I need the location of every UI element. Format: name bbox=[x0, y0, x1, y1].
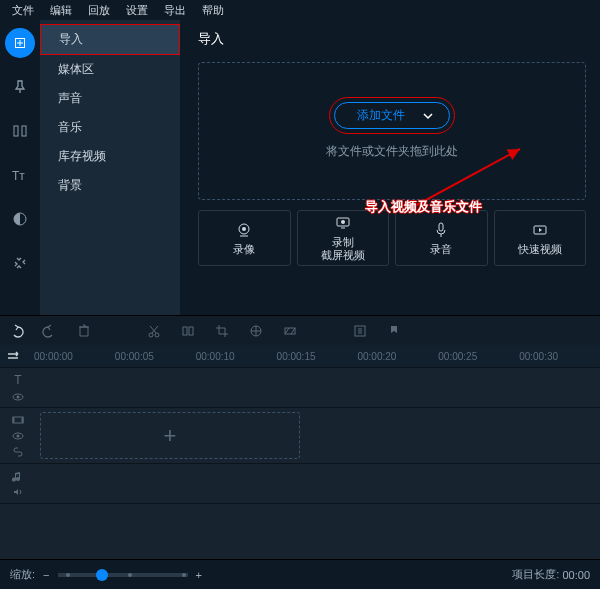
left-toolbar: Tт bbox=[0, 20, 40, 315]
crop-icon[interactable] bbox=[214, 324, 230, 338]
side-item-background[interactable]: 背景 bbox=[40, 171, 180, 200]
record-audio-label: 录音 bbox=[430, 243, 452, 256]
svg-point-11 bbox=[341, 220, 345, 224]
track-empty bbox=[0, 503, 600, 559]
svg-rect-17 bbox=[189, 327, 193, 335]
audio-track-icon bbox=[12, 470, 24, 482]
tick-3: 00:00:15 bbox=[277, 351, 358, 362]
cut-icon[interactable] bbox=[146, 324, 162, 338]
zoom-handle[interactable] bbox=[96, 569, 108, 581]
project-length-value: 00:00 bbox=[562, 569, 590, 581]
svg-rect-23 bbox=[13, 417, 23, 423]
drop-hint: 将文件或文件夹拖到此处 bbox=[326, 143, 458, 160]
svg-rect-4 bbox=[22, 126, 26, 136]
record-screen-label: 录制截屏视频 bbox=[321, 236, 365, 261]
record-webcam[interactable]: 录像 bbox=[198, 210, 291, 266]
menubar: 文件 编辑 回放 设置 导出 帮助 bbox=[0, 0, 600, 20]
tick-0: 00:00:00 bbox=[34, 351, 115, 362]
menu-settings[interactable]: 设置 bbox=[118, 1, 156, 20]
side-item-import[interactable]: 导入 bbox=[40, 24, 180, 55]
splice-icon[interactable] bbox=[180, 324, 196, 338]
eye-icon[interactable] bbox=[12, 430, 24, 442]
svg-point-15 bbox=[155, 333, 159, 337]
timeline-tracks: T + bbox=[0, 367, 600, 559]
tool-pin[interactable] bbox=[5, 72, 35, 102]
zoom-label: 缩放: bbox=[10, 567, 35, 582]
link-icon[interactable] bbox=[12, 446, 24, 458]
delete-icon[interactable] bbox=[76, 324, 92, 338]
zoom-in-icon[interactable]: + bbox=[196, 569, 202, 581]
side-item-sound[interactable]: 声音 bbox=[40, 84, 180, 113]
menu-edit[interactable]: 编辑 bbox=[42, 1, 80, 20]
color-icon[interactable] bbox=[248, 324, 264, 338]
chevron-down-icon[interactable] bbox=[423, 111, 437, 121]
record-audio[interactable]: 录音 bbox=[395, 210, 488, 266]
panel-title: 导入 bbox=[198, 30, 586, 48]
side-panel: 导入 媒体区 声音 音乐 库存视频 背景 bbox=[40, 20, 180, 315]
zoom-slider[interactable] bbox=[58, 573, 188, 577]
project-length-label: 项目长度: bbox=[512, 567, 559, 582]
menu-file[interactable]: 文件 bbox=[4, 1, 42, 20]
menu-playback[interactable]: 回放 bbox=[80, 1, 118, 20]
timeline-ruler: 00:00:00 00:00:05 00:00:10 00:00:15 00:0… bbox=[0, 345, 600, 367]
track-video[interactable]: + bbox=[0, 407, 600, 463]
tick-2: 00:00:10 bbox=[196, 351, 277, 362]
record-webcam-label: 录像 bbox=[233, 243, 255, 256]
quick-icon bbox=[531, 221, 549, 239]
svg-point-22 bbox=[17, 395, 20, 398]
tick-5: 00:00:25 bbox=[438, 351, 519, 362]
transition-icon[interactable] bbox=[282, 324, 298, 338]
tool-fade[interactable] bbox=[5, 204, 35, 234]
record-quick[interactable]: 快速视频 bbox=[494, 210, 587, 266]
tick-1: 00:00:05 bbox=[115, 351, 196, 362]
svg-point-25 bbox=[17, 434, 20, 437]
record-row: 录像 录制截屏视频 录音 快速视频 bbox=[198, 210, 586, 266]
svg-rect-3 bbox=[14, 126, 18, 136]
tick-4: 00:00:20 bbox=[357, 351, 438, 362]
tool-text[interactable]: Tт bbox=[5, 160, 35, 190]
tool-split[interactable] bbox=[5, 116, 35, 146]
menu-export[interactable]: 导出 bbox=[156, 1, 194, 20]
webcam-icon bbox=[235, 221, 253, 239]
tick-6: 00:00:30 bbox=[519, 351, 600, 362]
svg-rect-16 bbox=[183, 327, 187, 335]
screen-icon bbox=[334, 214, 352, 232]
track-text[interactable]: T bbox=[0, 367, 600, 407]
track-audio[interactable] bbox=[0, 463, 600, 503]
menu-help[interactable]: 帮助 bbox=[194, 1, 232, 20]
properties-icon[interactable] bbox=[352, 324, 368, 338]
svg-rect-12 bbox=[439, 223, 443, 231]
speaker-icon[interactable] bbox=[12, 486, 24, 498]
record-quick-label: 快速视频 bbox=[518, 243, 562, 256]
svg-point-14 bbox=[149, 333, 153, 337]
record-screen[interactable]: 录制截屏视频 bbox=[297, 210, 390, 266]
svg-point-9 bbox=[242, 227, 246, 231]
add-file-label: 添加文件 bbox=[357, 107, 405, 124]
video-track-icon bbox=[12, 414, 24, 426]
add-file-button[interactable]: 添加文件 bbox=[334, 102, 450, 129]
status-bar: 缩放: − + 项目长度: 00:00 bbox=[0, 559, 600, 589]
tool-add[interactable] bbox=[5, 28, 35, 58]
side-item-stock[interactable]: 库存视频 bbox=[40, 142, 180, 171]
add-track-button[interactable] bbox=[6, 349, 30, 363]
drop-zone[interactable]: 添加文件 将文件或文件夹拖到此处 bbox=[198, 62, 586, 200]
redo-icon[interactable] bbox=[42, 323, 58, 339]
marker-icon[interactable] bbox=[386, 324, 402, 338]
undo-icon[interactable] bbox=[8, 323, 24, 339]
side-item-music[interactable]: 音乐 bbox=[40, 113, 180, 142]
svg-text:Tт: Tт bbox=[12, 169, 25, 183]
side-item-media[interactable]: 媒体区 bbox=[40, 55, 180, 84]
eye-icon[interactable] bbox=[12, 391, 24, 403]
video-placeholder[interactable]: + bbox=[40, 412, 300, 459]
zoom-out-icon[interactable]: − bbox=[43, 569, 49, 581]
content-panel: 导入 添加文件 将文件或文件夹拖到此处 导入视频及音乐文件 录像 录制截屏视频 bbox=[180, 20, 600, 315]
timeline-toolbar bbox=[0, 315, 600, 345]
text-track-icon: T bbox=[14, 373, 21, 387]
mic-icon bbox=[432, 221, 450, 239]
tool-more[interactable] bbox=[5, 248, 35, 278]
